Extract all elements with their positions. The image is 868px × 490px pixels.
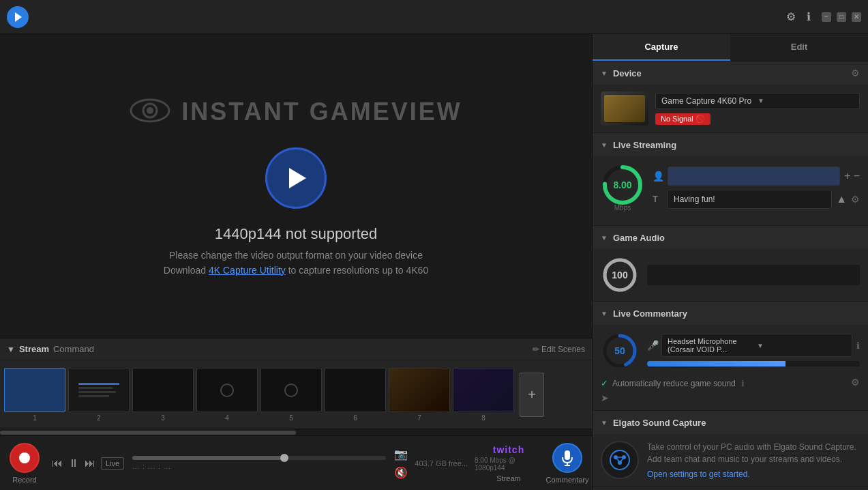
sound-capture-section: ▼ Elgato Sound Capture bbox=[593, 411, 868, 487]
live-streaming-chevron-icon: ▼ bbox=[601, 141, 608, 149]
mic-level-value: 50 bbox=[614, 345, 625, 356]
capture-utility-link[interactable]: 4K Capture Utitlity bbox=[209, 265, 286, 276]
sound-capture-cta[interactable]: Open settings to get started. bbox=[647, 470, 860, 479]
live-button[interactable]: Live bbox=[101, 457, 124, 470]
mic-meter bbox=[647, 361, 860, 366]
mic-gauge: 50 bbox=[601, 332, 639, 370]
pause-button[interactable]: ⏸ bbox=[68, 457, 79, 470]
close-button[interactable]: ✕ bbox=[852, 12, 861, 22]
edit-scenes-button[interactable]: ✏ Edit Scenes bbox=[533, 345, 585, 354]
scene-thumb-7[interactable]: 7 bbox=[389, 368, 450, 422]
commentary-label: Commentary bbox=[546, 476, 589, 484]
volume-knob[interactable]: 100 bbox=[601, 256, 639, 294]
status-up-icon[interactable]: ▲ bbox=[836, 193, 847, 205]
live-commentary-header[interactable]: ▼ Live Commentary bbox=[593, 302, 868, 325]
mic-info-icon[interactable]: ℹ bbox=[856, 341, 860, 351]
record-section: Record bbox=[4, 443, 45, 484]
add-channel-icon[interactable]: + bbox=[844, 170, 850, 182]
window-controls: − □ ✕ bbox=[822, 12, 861, 22]
bottom-controls: Record ⏮ ⏸ ⏭ Live ... : ... : ... 📷 � bbox=[0, 435, 592, 490]
sound-capture-chevron-icon: ▼ bbox=[601, 419, 608, 427]
left-panel: INSTANT GAMEVIEW 1440p144 not supported … bbox=[0, 34, 592, 490]
device-section-title: Device bbox=[613, 68, 642, 78]
mic-select-row: 🎤 Headset Microphone (Corsair VOID P... … bbox=[647, 334, 860, 357]
scene-thumb-3[interactable]: 3 bbox=[132, 368, 194, 422]
device-section-header[interactable]: ▼ Device ⚙ bbox=[593, 61, 868, 85]
record-label: Record bbox=[12, 476, 36, 484]
game-audio-chevron-icon: ▼ bbox=[601, 234, 608, 242]
timeline-scroll[interactable] bbox=[0, 429, 592, 435]
audio-body: 100 bbox=[593, 249, 868, 301]
device-select-arrow-icon: ▼ bbox=[758, 97, 854, 104]
scene-thumbnails: 1 2 bbox=[0, 360, 592, 429]
settings-icon[interactable]: ⚙ bbox=[786, 10, 796, 23]
record-button[interactable] bbox=[10, 443, 40, 473]
scene-thumb-6[interactable]: 6 bbox=[325, 368, 386, 422]
live-streaming-section: ▼ Live Streaming 8.00 Mbps bbox=[593, 133, 868, 226]
mic-controls: 🎤 Headset Microphone (Corsair VOID P... … bbox=[647, 334, 860, 368]
commentary-body: 50 🎤 Headset Microphone (Corsair VOID P.… bbox=[593, 325, 868, 410]
user-icon: 👤 bbox=[653, 171, 665, 182]
mic-bottom-icons: ➤ bbox=[601, 392, 860, 403]
send-icon[interactable]: ➤ bbox=[601, 392, 609, 403]
skip-forward-button[interactable]: ⏭ bbox=[85, 457, 95, 470]
scene-title: Stream bbox=[19, 344, 49, 354]
tab-capture[interactable]: Capture bbox=[593, 34, 730, 61]
info-icon[interactable]: ℹ bbox=[807, 10, 811, 23]
scene-chevron-icon: ▼ bbox=[7, 345, 15, 354]
tab-edit[interactable]: Edit bbox=[730, 34, 868, 61]
channel-input-row: 👤 + − bbox=[653, 167, 860, 186]
mute-icon[interactable]: 🔇 bbox=[394, 466, 408, 479]
device-section-body: Game Capture 4K60 Pro ▼ No Signal 🚫 bbox=[593, 85, 868, 132]
microphone-icon: 🎤 bbox=[647, 340, 659, 351]
progress-bar[interactable] bbox=[132, 456, 386, 460]
maximize-button[interactable]: □ bbox=[837, 12, 846, 22]
scene-thumb-8[interactable]: 8 bbox=[453, 368, 514, 422]
status-input-row: T Having fun! ▲ ⚙ bbox=[653, 190, 860, 209]
sound-capture-desc: Take control of your PC audio with Elgat… bbox=[647, 441, 860, 465]
commentary-settings-icon[interactable]: ⚙ bbox=[851, 377, 860, 388]
svg-marker-4 bbox=[289, 168, 306, 188]
brand-logo: INSTANT GAMEVIEW bbox=[130, 97, 462, 127]
sound-capture-text: Take control of your PC audio with Elgat… bbox=[647, 441, 860, 479]
mbps-row: 8.00 Mbps 👤 + − bbox=[601, 163, 860, 212]
channel-input[interactable] bbox=[668, 167, 840, 186]
sound-capture-header[interactable]: ▼ Elgato Sound Capture bbox=[593, 411, 868, 434]
video-error-sub: Please change the video output format on… bbox=[169, 250, 423, 261]
auto-reduce-info-icon[interactable]: ℹ bbox=[741, 379, 745, 388]
add-scene-button[interactable]: + bbox=[520, 373, 544, 417]
screenshot-icon[interactable]: 📷 bbox=[394, 448, 408, 461]
text-icon: T bbox=[653, 194, 665, 204]
commentary-mic-button[interactable] bbox=[552, 443, 582, 473]
twitch-logo[interactable]: twitch 8.00 Mbps @ 1080p144 bbox=[475, 444, 543, 472]
eye-icon bbox=[130, 97, 170, 127]
top-bar: ⚙ ℹ − □ ✕ bbox=[0, 0, 868, 34]
side-icons: 📷 🔇 bbox=[394, 448, 408, 479]
time-display: ... : ... : ... bbox=[132, 463, 386, 470]
scene-thumb-2[interactable]: 2 bbox=[68, 368, 130, 422]
mic-device-select[interactable]: Headset Microphone (Corsair VOID P... ▼ bbox=[661, 334, 852, 357]
device-select[interactable]: Game Capture 4K60 Pro ▼ bbox=[655, 93, 860, 109]
video-error-title: 1440p144 not supported bbox=[215, 225, 378, 243]
sound-capture-icon bbox=[601, 441, 639, 479]
game-audio-header[interactable]: ▼ Game Audio bbox=[593, 226, 868, 249]
scene-thumb-1[interactable]: 1 bbox=[4, 368, 65, 422]
skip-back-button[interactable]: ⏮ bbox=[52, 457, 63, 470]
status-input[interactable]: Having fun! bbox=[668, 190, 832, 209]
mbps-value: 8.00 bbox=[613, 179, 631, 190]
game-audio-section: ▼ Game Audio 100 bbox=[593, 226, 868, 302]
play-button-large[interactable] bbox=[265, 147, 327, 209]
device-settings-icon[interactable]: ⚙ bbox=[851, 68, 860, 78]
remove-channel-icon[interactable]: − bbox=[854, 170, 860, 182]
video-error-link: Download 4K Capture Utitlity to capture … bbox=[164, 265, 428, 276]
mic-select-arrow-icon: ▼ bbox=[757, 342, 846, 349]
live-commentary-chevron-icon: ▼ bbox=[601, 310, 608, 317]
live-streaming-header[interactable]: ▼ Live Streaming bbox=[593, 133, 868, 156]
status-settings-icon[interactable]: ⚙ bbox=[851, 194, 860, 205]
minimize-button[interactable]: − bbox=[822, 12, 831, 22]
stream-section: twitch 8.00 Mbps @ 1080p144 Stream bbox=[475, 444, 543, 482]
scene-thumb-4[interactable]: 4 bbox=[196, 368, 258, 422]
audio-meter bbox=[647, 265, 860, 285]
scene-thumb-5[interactable]: 5 bbox=[260, 368, 322, 422]
top-icons: ⚙ ℹ bbox=[786, 10, 811, 23]
